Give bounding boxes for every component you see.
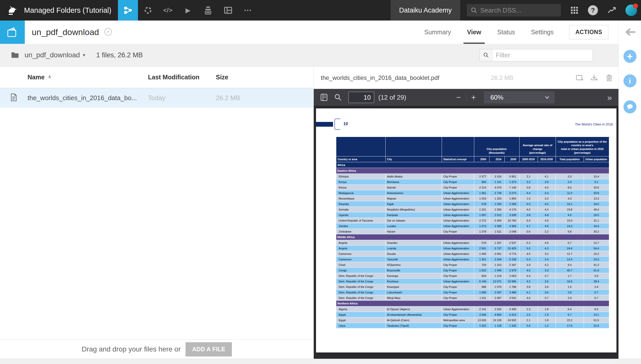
table-data-row: Dem. Republic of the CongoKanangaCity Pr… [336, 273, 609, 279]
sidebar-toggle-button[interactable] [320, 93, 328, 101]
table-column-header: 2016 [489, 156, 505, 162]
filter-search-button[interactable] [480, 49, 492, 61]
table-cell: 24.3 [584, 257, 609, 262]
file-modified: Today [144, 94, 212, 102]
dss-search-box[interactable] [467, 4, 561, 17]
pdf-viewer[interactable]: 10 The World's Cities in 2016 City popul… [314, 106, 618, 359]
nav-tab-dashboards[interactable] [218, 0, 238, 21]
table-cell: 5 851 [505, 174, 519, 179]
delete-file-button[interactable] [606, 74, 612, 82]
tab-summary[interactable]: Summary [416, 21, 459, 44]
table-column-header: Urban population [584, 156, 609, 162]
toolbar-expand-button[interactable]: » [602, 93, 612, 102]
add-button[interactable]: + [623, 50, 636, 63]
table-cell: 4.0 [538, 201, 556, 207]
nav-tab-jobs[interactable] [198, 0, 218, 21]
usage-trend-button[interactable] [607, 6, 616, 14]
edit-file-button[interactable] [576, 74, 583, 81]
current-folder-name[interactable]: un_pdf_download [25, 51, 80, 59]
help-button[interactable]: ? [588, 5, 598, 15]
nav-tab-run[interactable]: ▶ [178, 0, 198, 21]
table-cell: Urban Agglomeration [442, 201, 474, 207]
file-icon [11, 93, 17, 102]
folder-bar: un_pdf_download ▾ 1 files, 26.2 MB [0, 44, 618, 67]
download-file-button[interactable] [591, 74, 598, 81]
pdf-running-header: The World's Cities in 2016 [575, 122, 613, 126]
table-cell: City Proper [442, 290, 474, 295]
table-cell: 4.4 [538, 190, 556, 196]
table-cell: 578 [474, 201, 489, 207]
table-cell: 604 [474, 273, 489, 279]
add-file-button[interactable]: ADD A FILE [186, 342, 232, 356]
navigate-flow-button[interactable] [104, 28, 112, 37]
table-cell: 4.1 [538, 174, 556, 179]
table-cell: City Proper [442, 185, 474, 190]
folder-caret-icon[interactable]: ▾ [83, 52, 85, 58]
table-cell: Urban Agglomeration [442, 218, 474, 223]
table-cell: 4 176 [505, 207, 519, 212]
zoom-select[interactable]: 60% [484, 91, 555, 103]
table-cell: 3 939 [505, 212, 519, 218]
dss-search-input[interactable] [480, 7, 553, 14]
table-cell: City Proper [442, 295, 474, 301]
tab-settings[interactable]: Settings [523, 21, 562, 44]
table-cell: 6.7 [584, 290, 609, 295]
file-dropzone[interactable]: Drag and drop your files here or ADD A F… [0, 339, 313, 359]
table-cell: 2 285 [489, 223, 505, 229]
table-cell: 2 012 [489, 212, 505, 218]
table-cell: 4.6 [538, 223, 556, 229]
tab-view[interactable]: View [459, 21, 489, 44]
table-cell: 6 140 [474, 279, 489, 284]
nav-tab-more[interactable]: ••• [238, 0, 258, 21]
collapse-panel-button[interactable] [624, 28, 635, 37]
sort-asc-icon: ∧ [48, 74, 51, 79]
table-cell: 1 022 [474, 268, 489, 273]
nav-tab-flow[interactable] [118, 0, 138, 21]
table-group-header: Average annual rate of change (percentag… [519, 137, 556, 156]
table-cell: 19 128 [489, 317, 505, 323]
table-cell: 3 489 [505, 290, 519, 295]
discussions-button[interactable] [623, 100, 636, 113]
table-cell: Urban Agglomeration [442, 190, 474, 196]
table-cell: 9.1 [584, 179, 609, 185]
table-cell: 34.4 [584, 223, 609, 229]
table-cell: 2.0 [519, 312, 538, 317]
column-header-name[interactable]: Name ∧ [28, 74, 144, 81]
play-icon: ▶ [186, 7, 191, 14]
table-cell: Dem. Republic of the Congo [336, 295, 385, 301]
zoom-in-button[interactable]: + [469, 93, 478, 102]
file-row[interactable]: the_worlds_cities_in_2016_data_bo... Tod… [0, 88, 313, 108]
table-cell: 3 405 [505, 306, 519, 312]
table-cell: 4.1 [519, 290, 538, 295]
navbar-right: Dataiku Academy ? [391, 0, 641, 21]
table-cell: Dar es Salaam [385, 218, 442, 223]
table-data-row: EthiopiaAddis AbabaCity Proper2 3773 316… [336, 174, 609, 179]
apps-button[interactable] [570, 6, 578, 14]
zoom-out-button[interactable]: − [454, 93, 463, 102]
top-navbar: Managed Folders (Tutorial) </> [0, 0, 641, 21]
nav-tab-lab[interactable] [138, 0, 158, 21]
preview-file-size: 26.2 MB [491, 74, 513, 81]
info-button[interactable]: i [623, 74, 636, 87]
actions-button[interactable]: ACTIONS [569, 25, 608, 39]
table-section-row: Middle Africa [336, 234, 609, 240]
find-button[interactable] [334, 94, 342, 101]
tab-status[interactable]: Status [489, 21, 523, 44]
academy-button[interactable]: Dataiku Academy [391, 0, 460, 21]
column-header-size[interactable]: Size [212, 74, 313, 81]
table-cell: 2 048 [505, 229, 519, 234]
user-avatar[interactable] [625, 5, 637, 16]
table-cell: 1 949 [489, 268, 505, 273]
dataiku-home-button[interactable] [0, 0, 24, 21]
table-cell: 3.4 [538, 257, 556, 262]
table-cell: 51.5 [584, 317, 609, 323]
table-data-row: CongoBrazzavilleCity Proper1 0221 9492 9… [336, 268, 609, 273]
page-number-input[interactable] [348, 92, 374, 103]
column-header-modified[interactable]: Last Modification [144, 74, 212, 81]
table-cell: 24.4 [556, 246, 584, 251]
table-cell: 1 973 [505, 179, 519, 185]
filter-input[interactable] [492, 49, 593, 61]
nav-tab-code[interactable]: </> [158, 0, 178, 21]
table-cell: 3.8 [519, 185, 538, 190]
table-data-row: Dem. Republic of the CongoKisanganiCity … [336, 284, 609, 290]
